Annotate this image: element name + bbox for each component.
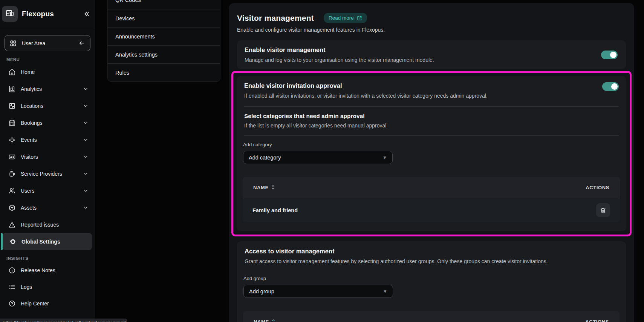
workspace-label: User Area xyxy=(22,40,45,46)
submenu-item-devices[interactable]: Devices xyxy=(108,9,220,27)
visitors-icon xyxy=(8,153,16,161)
sidebar-item-assets[interactable]: Assets xyxy=(0,199,95,216)
sidebar-item-home[interactable]: Home xyxy=(0,63,95,80)
locations-icon xyxy=(8,102,16,110)
info-circle-icon xyxy=(8,267,16,274)
sidebar-item-service-providers[interactable]: Service Providers xyxy=(0,165,95,182)
sidebar: Flexopus User Area ME xyxy=(0,0,95,322)
chevron-down-icon xyxy=(83,103,88,108)
section-title: Select categories that need admin approv… xyxy=(244,113,619,120)
back-arrow-icon xyxy=(78,40,85,46)
read-more-button[interactable]: Read more xyxy=(324,13,367,23)
sidebar-item-label: Service Providers xyxy=(21,171,62,177)
app-title: Flexopus xyxy=(22,10,54,18)
delete-category-button[interactable] xyxy=(596,203,610,217)
sidebar-item-visitors[interactable]: Visitors xyxy=(0,148,95,165)
column-label: NAME xyxy=(253,185,269,190)
sidebar-item-label: Bookings xyxy=(21,120,43,126)
add-category-label: Add category xyxy=(243,142,619,147)
sidebar-item-label: Global Settings xyxy=(21,239,60,245)
table-header: NAME ACTIONS xyxy=(243,177,620,198)
toggle-knob xyxy=(610,52,616,58)
service-providers-icon xyxy=(8,170,16,178)
sidebar-item-reported-issues[interactable]: Reported issues xyxy=(0,216,95,233)
column-label: ACTIONS xyxy=(586,185,609,190)
grid-icon xyxy=(9,40,17,47)
column-header-actions: ACTIONS xyxy=(585,319,609,322)
insights-section-label: INSIGHTS xyxy=(0,250,95,262)
events-icon xyxy=(8,136,16,144)
highlight-outline: Enable visitor invitation approval If en… xyxy=(231,71,632,236)
chevron-down-icon xyxy=(83,86,88,91)
invitation-approval-toggle[interactable] xyxy=(602,82,619,91)
warning-triangle-icon xyxy=(8,221,16,228)
table-header: NAME ACTIONS xyxy=(243,311,620,322)
access-to-visitor-management-card: Access to visitor management Grant acces… xyxy=(237,241,626,322)
add-group-dropdown[interactable]: Add group ▼ xyxy=(243,285,393,298)
submenu-item-analytics-settings[interactable]: Analytics settings xyxy=(108,45,220,63)
chevron-down-icon xyxy=(83,154,88,159)
chevron-down-icon xyxy=(83,205,88,210)
visitor-invitation-approval-card: Enable visitor invitation approval If en… xyxy=(237,76,626,231)
enable-visitor-management-toggle[interactable] xyxy=(601,51,618,59)
read-more-label: Read more xyxy=(329,15,354,21)
dropdown-value: Add category xyxy=(249,155,281,161)
submenu-item-announcements[interactable]: Announcements xyxy=(108,27,220,45)
sidebar-item-events[interactable]: Events xyxy=(0,131,95,148)
sidebar-item-label: Home xyxy=(21,69,35,75)
visitor-management-panel: Visitor management Read more Enable and … xyxy=(229,3,634,322)
sidebar-item-label: Visitors xyxy=(21,154,38,160)
sidebar-item-analytics[interactable]: Analytics xyxy=(0,80,95,97)
sidebar-item-help-center[interactable]: Help Center xyxy=(0,295,95,312)
sidebar-item-label: Assets xyxy=(21,205,37,211)
divider xyxy=(0,28,95,28)
add-category-dropdown[interactable]: Add category ▼ xyxy=(243,151,393,164)
card-title: Access to visitor management xyxy=(245,248,618,255)
sidebar-item-locations[interactable]: Locations xyxy=(0,97,95,114)
column-label: ACTIONS xyxy=(585,319,609,322)
collapse-sidebar-icon[interactable] xyxy=(83,11,90,17)
column-header-name[interactable]: NAME xyxy=(253,185,275,190)
sidebar-item-label: Users xyxy=(21,188,35,194)
submenu-item-rules[interactable]: Rules xyxy=(108,63,220,81)
menu-group: MENU Home Analytics xyxy=(0,51,95,250)
card-description: If enabled all visitor invitations, or v… xyxy=(244,93,593,99)
chevron-down-icon xyxy=(83,171,88,176)
menu-section-label: MENU xyxy=(0,51,95,63)
add-group-label: Add group xyxy=(243,276,618,281)
settings-submenu: QR Codes Devices Announcements Analytics… xyxy=(107,0,220,82)
link-preview-status-bar: https://dashboard.flexopus.com/global-se… xyxy=(0,319,127,322)
sidebar-item-release-notes[interactable]: Release Notes xyxy=(0,262,95,279)
gear-icon xyxy=(9,238,17,245)
sidebar-item-global-settings[interactable]: Global Settings xyxy=(2,233,92,250)
sidebar-item-logs[interactable]: Logs xyxy=(0,279,95,295)
sidebar-item-users[interactable]: Users xyxy=(0,182,95,199)
column-header-name[interactable]: NAME xyxy=(254,319,275,322)
caret-down-icon: ▼ xyxy=(383,289,387,294)
user-area-button[interactable]: User Area xyxy=(5,35,90,51)
flexopus-logo-icon xyxy=(2,6,18,22)
assets-icon xyxy=(8,204,16,212)
sidebar-item-label: Reported issues xyxy=(21,222,59,228)
page-title: Visitor management xyxy=(237,14,314,23)
groups-table: NAME ACTIONS xyxy=(243,311,620,322)
question-circle-icon xyxy=(8,300,16,307)
enable-visitor-management-card: Enable visitor management Manage and log… xyxy=(237,40,626,69)
sort-icon[interactable] xyxy=(271,185,275,190)
external-link-icon xyxy=(357,15,362,21)
sidebar-item-label: Events xyxy=(21,137,37,143)
app-screen: Flexopus User Area ME xyxy=(0,0,644,322)
table-row: Family and friend xyxy=(243,198,620,222)
trash-icon xyxy=(600,207,606,213)
submenu-item-qr-codes[interactable]: QR Codes xyxy=(108,0,220,9)
toggle-knob xyxy=(611,83,618,90)
page-header: Visitor management Read more xyxy=(237,13,626,23)
caret-down-icon: ▼ xyxy=(382,155,387,160)
sidebar-item-label: Release Notes xyxy=(21,267,55,273)
chevron-down-icon xyxy=(83,120,88,125)
card-title: Enable visitor invitation approval xyxy=(244,82,593,89)
card-description: Manage and log visits to your organisati… xyxy=(245,57,592,63)
sort-icon[interactable] xyxy=(271,319,275,322)
sidebar-item-bookings[interactable]: Bookings xyxy=(0,114,95,131)
category-name: Family and friend xyxy=(252,207,298,213)
